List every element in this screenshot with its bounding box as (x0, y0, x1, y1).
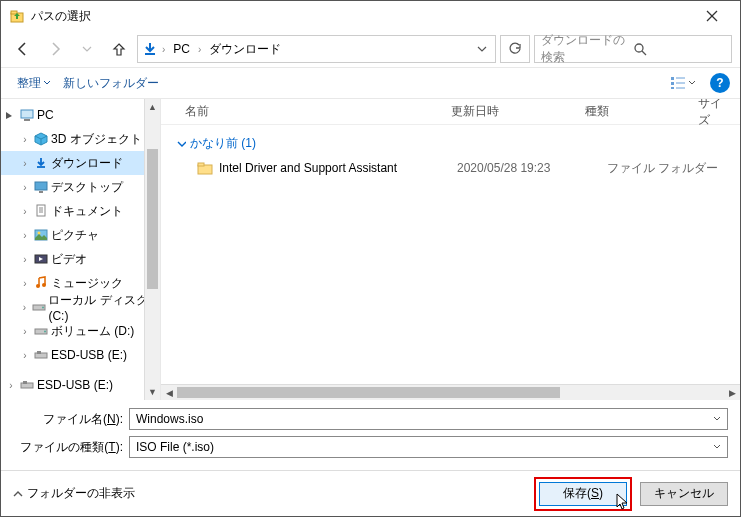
col-name[interactable]: 名前 (177, 103, 443, 120)
filename-input[interactable]: Windows.iso (129, 408, 728, 430)
save-inputs: ファイル名(N): Windows.iso ファイルの種類(T): ISO Fi… (1, 400, 740, 470)
cube-icon (33, 131, 49, 147)
address-bar[interactable]: › PC › ダウンロード (137, 35, 496, 63)
filetype-combo[interactable]: ISO File (*.iso) (129, 436, 728, 458)
usb-drive-icon (19, 377, 35, 393)
tree-item-local-disk-c[interactable]: ›ローカル ディスク (C:) (1, 295, 160, 319)
hide-folders-toggle[interactable]: フォルダーの非表示 (13, 485, 135, 502)
app-icon (9, 8, 25, 24)
tree-item-documents[interactable]: ›ドキュメント (1, 199, 160, 223)
tree-item-downloads[interactable]: ›ダウンロード (1, 151, 160, 175)
svg-rect-17 (39, 191, 43, 193)
svg-rect-8 (671, 82, 674, 85)
tree-item-pc[interactable]: PC (1, 103, 160, 127)
close-button[interactable] (692, 1, 732, 31)
scroll-up-arrow[interactable]: ▲ (145, 99, 160, 115)
horizontal-scrollbar[interactable]: ◀ ▶ (161, 384, 740, 400)
tree-item-esd-usb-root[interactable]: ›ESD-USB (E:) (1, 373, 160, 397)
breadcrumb-current[interactable]: ダウンロード (205, 39, 285, 60)
up-button[interactable] (105, 35, 133, 63)
forward-button[interactable] (41, 35, 69, 63)
tree-item-volume-d[interactable]: ›ボリューム (D:) (1, 319, 160, 343)
downloads-icon (33, 155, 49, 171)
titlebar: パスの選択 (1, 1, 740, 31)
toolbar: 整理 新しいフォルダー ? (1, 67, 740, 99)
svg-rect-36 (198, 163, 204, 166)
drive-icon (33, 323, 49, 339)
svg-rect-32 (37, 351, 41, 354)
documents-icon (33, 203, 49, 219)
refresh-button[interactable] (500, 35, 530, 63)
svg-point-25 (36, 284, 40, 288)
collapse-icon (177, 139, 186, 148)
videos-icon (33, 251, 49, 267)
svg-rect-13 (21, 110, 33, 118)
tree-item-videos[interactable]: ›ビデオ (1, 247, 160, 271)
usb-drive-icon (33, 347, 49, 363)
svg-point-28 (42, 307, 44, 309)
svg-point-30 (44, 331, 46, 333)
scroll-right-arrow[interactable]: ▶ (724, 388, 740, 398)
scroll-left-arrow[interactable]: ◀ (161, 388, 177, 398)
save-button[interactable]: 保存(S) (539, 482, 627, 506)
music-icon (33, 275, 49, 291)
column-headers: 名前 更新日時 種類 サイズ (161, 99, 740, 125)
pictures-icon (33, 227, 49, 243)
scroll-thumb[interactable] (177, 387, 560, 398)
breadcrumb-pc[interactable]: PC (169, 40, 194, 58)
help-button[interactable]: ? (710, 73, 730, 93)
col-date[interactable]: 更新日時 (443, 103, 577, 120)
downloads-icon (142, 41, 158, 57)
svg-rect-1 (11, 11, 17, 14)
search-input[interactable]: ダウンロードの検索 (534, 35, 732, 63)
view-options-button[interactable] (664, 72, 702, 94)
back-button[interactable] (9, 35, 37, 63)
window-title: パスの選択 (31, 8, 692, 25)
cancel-button[interactable]: キャンセル (640, 482, 728, 506)
svg-rect-9 (671, 87, 674, 89)
navbar: › PC › ダウンロード ダウンロードの検索 (1, 31, 740, 67)
organize-button[interactable]: 整理 (11, 71, 57, 96)
filename-label: ファイル名(N): (13, 411, 123, 428)
drive-icon (32, 299, 47, 315)
scroll-thumb[interactable] (147, 149, 158, 289)
recent-dropdown[interactable] (73, 35, 101, 63)
collapse-icon[interactable] (5, 111, 17, 120)
address-dropdown[interactable] (473, 44, 491, 54)
svg-rect-14 (24, 119, 30, 121)
svg-line-6 (642, 51, 646, 55)
col-type[interactable]: 種類 (577, 103, 690, 120)
svg-point-26 (42, 283, 46, 287)
pc-icon (19, 107, 35, 123)
folder-icon (197, 160, 213, 176)
tree-item-3d-objects[interactable]: ›3D オブジェクト (1, 127, 160, 151)
svg-rect-16 (35, 182, 47, 190)
new-folder-button[interactable]: 新しいフォルダー (57, 71, 165, 96)
chevron-right-icon: › (198, 44, 201, 55)
svg-point-5 (635, 44, 643, 52)
desktop-icon (33, 179, 49, 195)
file-row[interactable]: Intel Driver and Support Assistant 2020/… (161, 156, 740, 180)
svg-rect-34 (23, 381, 27, 384)
tree-item-pictures[interactable]: ›ピクチャ (1, 223, 160, 247)
tree-item-desktop[interactable]: ›デスクトップ (1, 175, 160, 199)
tree-item-esd-usb-e[interactable]: ›ESD-USB (E:) (1, 343, 160, 367)
file-list[interactable]: かなり前 (1) Intel Driver and Support Assist… (161, 125, 740, 384)
filetype-label: ファイルの種類(T): (13, 439, 123, 456)
chevron-right-icon: › (162, 44, 165, 55)
sidebar-scrollbar[interactable]: ▲ ▼ (144, 99, 160, 400)
sidebar-tree: PC ›3D オブジェクト ›ダウンロード ›デスクトップ ›ドキュメント ›ピ… (1, 99, 161, 400)
cursor-icon (616, 493, 630, 511)
file-group-header[interactable]: かなり前 (1) (161, 131, 740, 156)
footer: フォルダーの非表示 保存(S) キャンセル (1, 470, 740, 516)
search-icon (633, 42, 725, 56)
chevron-up-icon (13, 489, 23, 499)
scroll-down-arrow[interactable]: ▼ (145, 384, 160, 400)
search-placeholder: ダウンロードの検索 (541, 32, 633, 66)
svg-rect-7 (671, 77, 674, 80)
